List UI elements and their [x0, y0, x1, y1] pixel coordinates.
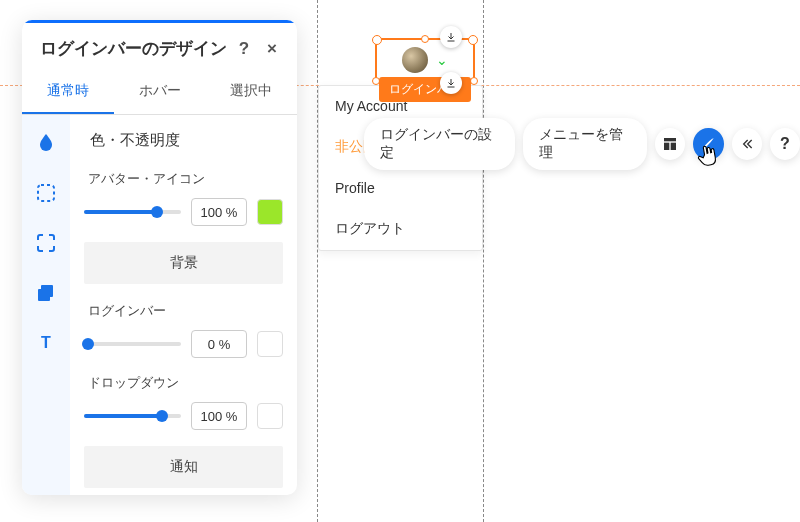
panel-tabs: 通常時 ホバー 選択中	[22, 70, 297, 115]
loginbar-opacity-value[interactable]: 0 %	[191, 330, 247, 358]
svg-rect-3	[664, 138, 676, 141]
design-panel: ログインバーのデザイン ? × 通常時 ホバー 選択中 T 色・不透明度	[22, 20, 297, 495]
drop-icon[interactable]	[34, 131, 58, 155]
svg-rect-5	[671, 143, 676, 150]
panel-title: ログインバーのデザイン	[40, 37, 227, 60]
corners-dashed-icon[interactable]	[34, 181, 58, 205]
tab-hover[interactable]: ホバー	[114, 70, 206, 114]
tab-normal[interactable]: 通常時	[22, 70, 114, 114]
manage-menu-button[interactable]: メニューを管理	[523, 118, 647, 170]
element-options-row: ログインバーの設定 メニューを管理 ?	[364, 118, 800, 170]
close-button[interactable]: ×	[261, 38, 283, 60]
avatar-color-swatch[interactable]	[257, 199, 283, 225]
avatar-icon	[402, 47, 428, 73]
svg-rect-2	[38, 289, 50, 301]
svg-rect-4	[664, 143, 669, 150]
avatar-opacity-slider[interactable]	[84, 210, 181, 214]
background-button[interactable]: 背景	[84, 242, 283, 284]
tab-selected[interactable]: 選択中	[205, 70, 297, 114]
chevron-down-icon[interactable]: ⌄	[436, 52, 448, 68]
svg-rect-0	[38, 185, 54, 201]
layout-button[interactable]	[655, 128, 685, 160]
login-bar-settings-button[interactable]: ログインバーの設定	[364, 118, 515, 170]
dropdown-opacity-slider[interactable]	[84, 414, 181, 418]
dropdown-opacity-value[interactable]: 100 %	[191, 402, 247, 430]
dropdown-color-swatch[interactable]	[257, 403, 283, 429]
section-title: 色・不透明度	[90, 131, 283, 150]
layers-icon[interactable]	[34, 281, 58, 305]
loginbar-color-swatch[interactable]	[257, 331, 283, 357]
avatar-icon-label: アバター・アイコン	[88, 170, 283, 188]
stretch-handle-bottom[interactable]	[440, 72, 462, 94]
panel-side-rail: T	[22, 115, 70, 495]
vertical-guide-left	[317, 0, 318, 522]
text-icon[interactable]: T	[34, 331, 58, 355]
menu-item-logout[interactable]: ログアウト	[319, 208, 482, 250]
panel-content: 色・不透明度 アバター・アイコン 100 % 背景 ログインバー 0 % ドロッ…	[70, 115, 297, 495]
dropdown-label: ドロップダウン	[88, 374, 283, 392]
help-circle-button[interactable]: ?	[770, 128, 800, 160]
loginbar-label: ログインバー	[88, 302, 283, 320]
menu-item-profile[interactable]: Profile	[319, 168, 482, 208]
loginbar-opacity-slider[interactable]	[84, 342, 181, 346]
login-bar-element[interactable]: ⌄ ログインバー	[375, 38, 475, 82]
panel-header: ログインバーのデザイン ? ×	[22, 23, 297, 70]
vertical-guide-right	[483, 0, 484, 522]
notice-button[interactable]: 通知	[84, 446, 283, 488]
corners-solid-icon[interactable]	[34, 231, 58, 255]
animation-button[interactable]	[732, 128, 762, 160]
stretch-handle-top[interactable]	[440, 26, 462, 48]
help-button[interactable]: ?	[233, 38, 255, 60]
avatar-opacity-value[interactable]: 100 %	[191, 198, 247, 226]
